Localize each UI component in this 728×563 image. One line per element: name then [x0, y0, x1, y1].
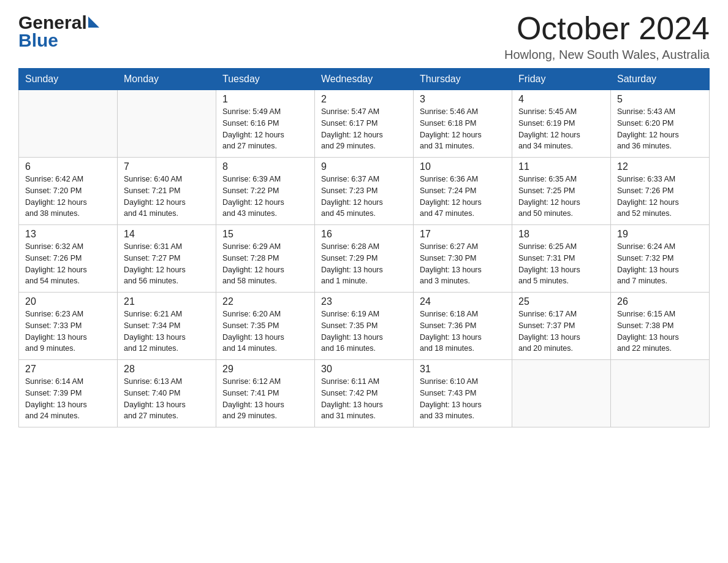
calendar-header-row: Sunday Monday Tuesday Wednesday Thursday… [19, 69, 710, 90]
day-info: Sunrise: 5:46 AM Sunset: 6:18 PM Dayligh… [420, 106, 506, 152]
day-number: 27 [25, 364, 111, 375]
day-info: Sunrise: 6:20 AM Sunset: 7:35 PM Dayligh… [222, 308, 308, 354]
calendar-cell: 26Sunrise: 6:15 AM Sunset: 7:38 PM Dayli… [611, 293, 710, 360]
col-thursday: Thursday [414, 69, 512, 90]
col-tuesday: Tuesday [216, 69, 315, 90]
day-number: 30 [321, 364, 407, 375]
day-number: 23 [321, 296, 407, 307]
day-number: 3 [420, 94, 506, 105]
calendar-cell [611, 360, 710, 427]
location-title: Howlong, New South Wales, Australia [504, 48, 710, 62]
day-number: 6 [25, 161, 111, 172]
calendar-cell: 11Sunrise: 6:35 AM Sunset: 7:25 PM Dayli… [512, 158, 611, 225]
calendar-cell: 30Sunrise: 6:11 AM Sunset: 7:42 PM Dayli… [315, 360, 414, 427]
calendar-week-row-2: 6Sunrise: 6:42 AM Sunset: 7:20 PM Daylig… [19, 158, 710, 225]
calendar-week-row-1: 1Sunrise: 5:49 AM Sunset: 6:16 PM Daylig… [19, 90, 710, 158]
logo-arrow-icon [88, 17, 99, 28]
page-header: General Blue October 2024 Howlong, New S… [18, 12, 710, 62]
calendar-cell: 28Sunrise: 6:13 AM Sunset: 7:40 PM Dayli… [118, 360, 216, 427]
day-number: 21 [124, 296, 210, 307]
calendar-cell: 3Sunrise: 5:46 AM Sunset: 6:18 PM Daylig… [414, 90, 512, 158]
calendar-cell [19, 90, 118, 158]
day-info: Sunrise: 5:45 AM Sunset: 6:19 PM Dayligh… [518, 106, 604, 152]
col-wednesday: Wednesday [315, 69, 414, 90]
calendar-cell: 27Sunrise: 6:14 AM Sunset: 7:39 PM Dayli… [19, 360, 118, 427]
day-number: 24 [420, 296, 506, 307]
day-number: 8 [222, 161, 308, 172]
day-number: 11 [518, 161, 604, 172]
day-number: 5 [617, 94, 703, 105]
day-number: 20 [25, 296, 111, 307]
calendar-cell: 6Sunrise: 6:42 AM Sunset: 7:20 PM Daylig… [19, 158, 118, 225]
day-info: Sunrise: 6:36 AM Sunset: 7:24 PM Dayligh… [420, 174, 506, 220]
calendar-cell: 29Sunrise: 6:12 AM Sunset: 7:41 PM Dayli… [216, 360, 315, 427]
day-info: Sunrise: 6:18 AM Sunset: 7:36 PM Dayligh… [420, 308, 506, 354]
calendar-cell: 22Sunrise: 6:20 AM Sunset: 7:35 PM Dayli… [216, 293, 315, 360]
day-info: Sunrise: 6:39 AM Sunset: 7:22 PM Dayligh… [222, 174, 308, 220]
day-number: 19 [617, 229, 703, 240]
day-info: Sunrise: 6:40 AM Sunset: 7:21 PM Dayligh… [124, 174, 210, 220]
day-info: Sunrise: 6:15 AM Sunset: 7:38 PM Dayligh… [617, 308, 703, 354]
calendar-cell: 20Sunrise: 6:23 AM Sunset: 7:33 PM Dayli… [19, 293, 118, 360]
day-number: 18 [518, 229, 604, 240]
col-monday: Monday [118, 69, 216, 90]
calendar-week-row-3: 13Sunrise: 6:32 AM Sunset: 7:26 PM Dayli… [19, 225, 710, 293]
day-number: 29 [222, 364, 308, 375]
calendar-cell: 9Sunrise: 6:37 AM Sunset: 7:23 PM Daylig… [315, 158, 414, 225]
day-info: Sunrise: 6:19 AM Sunset: 7:35 PM Dayligh… [321, 308, 407, 354]
day-info: Sunrise: 6:14 AM Sunset: 7:39 PM Dayligh… [25, 376, 111, 422]
calendar-cell: 21Sunrise: 6:21 AM Sunset: 7:34 PM Dayli… [118, 293, 216, 360]
day-info: Sunrise: 6:28 AM Sunset: 7:29 PM Dayligh… [321, 241, 407, 287]
calendar-cell: 25Sunrise: 6:17 AM Sunset: 7:37 PM Dayli… [512, 293, 611, 360]
calendar-cell: 4Sunrise: 5:45 AM Sunset: 6:19 PM Daylig… [512, 90, 611, 158]
day-info: Sunrise: 6:17 AM Sunset: 7:37 PM Dayligh… [518, 308, 604, 354]
logo-blue-text: Blue [18, 30, 99, 50]
calendar-cell: 5Sunrise: 5:43 AM Sunset: 6:20 PM Daylig… [611, 90, 710, 158]
calendar-cell: 31Sunrise: 6:10 AM Sunset: 7:43 PM Dayli… [414, 360, 512, 427]
calendar-cell: 2Sunrise: 5:47 AM Sunset: 6:17 PM Daylig… [315, 90, 414, 158]
day-number: 2 [321, 94, 407, 105]
calendar-table: Sunday Monday Tuesday Wednesday Thursday… [18, 68, 710, 427]
calendar-cell [118, 90, 216, 158]
day-info: Sunrise: 6:13 AM Sunset: 7:40 PM Dayligh… [124, 376, 210, 422]
day-info: Sunrise: 6:23 AM Sunset: 7:33 PM Dayligh… [25, 308, 111, 354]
day-number: 4 [518, 94, 604, 105]
day-info: Sunrise: 6:33 AM Sunset: 7:26 PM Dayligh… [617, 174, 703, 220]
calendar-week-row-4: 20Sunrise: 6:23 AM Sunset: 7:33 PM Dayli… [19, 293, 710, 360]
day-info: Sunrise: 6:42 AM Sunset: 7:20 PM Dayligh… [25, 174, 111, 220]
day-number: 12 [617, 161, 703, 172]
day-number: 31 [420, 364, 506, 375]
day-number: 16 [321, 229, 407, 240]
day-number: 9 [321, 161, 407, 172]
day-number: 14 [124, 229, 210, 240]
calendar-cell: 14Sunrise: 6:31 AM Sunset: 7:27 PM Dayli… [118, 225, 216, 293]
day-info: Sunrise: 6:32 AM Sunset: 7:26 PM Dayligh… [25, 241, 111, 287]
calendar-cell: 1Sunrise: 5:49 AM Sunset: 6:16 PM Daylig… [216, 90, 315, 158]
calendar-cell: 7Sunrise: 6:40 AM Sunset: 7:21 PM Daylig… [118, 158, 216, 225]
title-block: October 2024 Howlong, New South Wales, A… [504, 12, 710, 62]
calendar-cell: 24Sunrise: 6:18 AM Sunset: 7:36 PM Dayli… [414, 293, 512, 360]
col-sunday: Sunday [19, 69, 118, 90]
day-number: 25 [518, 296, 604, 307]
day-number: 17 [420, 229, 506, 240]
day-info: Sunrise: 6:29 AM Sunset: 7:28 PM Dayligh… [222, 241, 308, 287]
calendar-cell: 10Sunrise: 6:36 AM Sunset: 7:24 PM Dayli… [414, 158, 512, 225]
day-number: 15 [222, 229, 308, 240]
day-info: Sunrise: 6:24 AM Sunset: 7:32 PM Dayligh… [617, 241, 703, 287]
calendar-cell: 19Sunrise: 6:24 AM Sunset: 7:32 PM Dayli… [611, 225, 710, 293]
day-number: 26 [617, 296, 703, 307]
day-info: Sunrise: 6:31 AM Sunset: 7:27 PM Dayligh… [124, 241, 210, 287]
day-info: Sunrise: 6:12 AM Sunset: 7:41 PM Dayligh… [222, 376, 308, 422]
day-number: 13 [25, 229, 111, 240]
day-info: Sunrise: 5:49 AM Sunset: 6:16 PM Dayligh… [222, 106, 308, 152]
day-info: Sunrise: 6:11 AM Sunset: 7:42 PM Dayligh… [321, 376, 407, 422]
day-info: Sunrise: 6:35 AM Sunset: 7:25 PM Dayligh… [518, 174, 604, 220]
day-info: Sunrise: 6:27 AM Sunset: 7:30 PM Dayligh… [420, 241, 506, 287]
calendar-cell: 17Sunrise: 6:27 AM Sunset: 7:30 PM Dayli… [414, 225, 512, 293]
day-number: 10 [420, 161, 506, 172]
col-saturday: Saturday [611, 69, 710, 90]
logo: General Blue [18, 12, 99, 50]
day-info: Sunrise: 6:37 AM Sunset: 7:23 PM Dayligh… [321, 174, 407, 220]
day-info: Sunrise: 5:43 AM Sunset: 6:20 PM Dayligh… [617, 106, 703, 152]
calendar-cell: 12Sunrise: 6:33 AM Sunset: 7:26 PM Dayli… [611, 158, 710, 225]
